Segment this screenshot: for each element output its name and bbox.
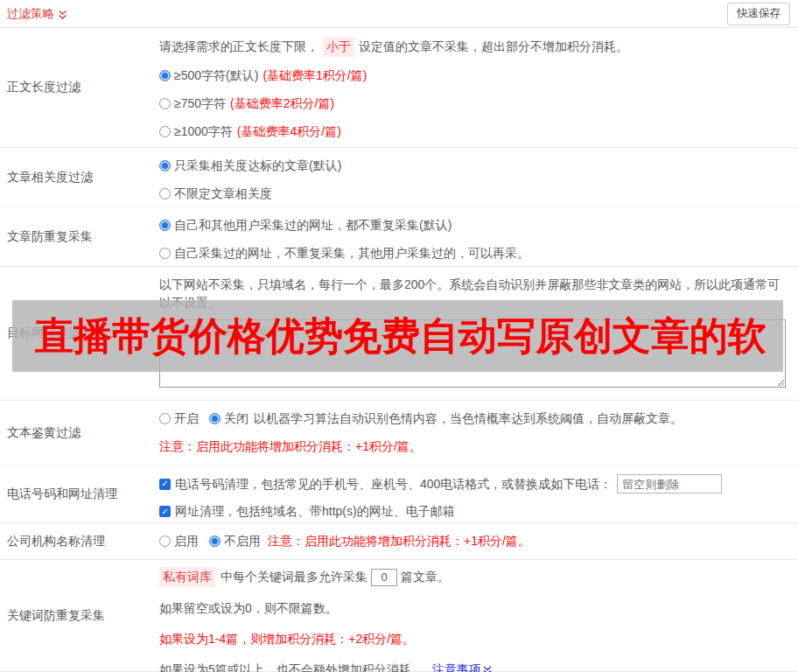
- chevron-double-down-icon: [483, 666, 492, 672]
- row-porn-filter: 文本鉴黄过滤 开启 关闭 以机器学习算法自动识别色情内容，当色情概率达到系统阈值…: [0, 401, 798, 466]
- radio-unselected-icon[interactable]: [159, 98, 171, 109]
- row-target-site-filter: 目标网站过滤 以下网站不采集，只填域名，每行一个，最多200个。系统会自动识别并…: [0, 267, 798, 401]
- radio-unselected-icon[interactable]: [159, 126, 171, 137]
- intro-text-after: 设定值的文章不采集，超出部分不增加积分消耗。: [359, 38, 628, 56]
- row-label: 文本鉴黄过滤: [0, 401, 159, 465]
- checkbox-label: 网址清理，包括纯域名、带http(s)的网址、电子邮箱: [175, 502, 455, 521]
- checkbox-label: 电话号码清理，包括常见的手机号、座机号、400电话格式，或替换成如下电话：: [175, 475, 612, 494]
- keyword-limit-line: 私有词库 中每个关键词最多允许采集 篇文章。: [159, 567, 791, 587]
- row-content: 以下网站不采集，只填域名，每行一个，最多200个。系统会自动识别并屏蔽那些非文章…: [159, 267, 798, 400]
- target-site-desc: 以下网站不采集，只填域名，每行一个，最多200个。系统会自动识别并屏蔽那些非文章…: [159, 276, 791, 312]
- radio-option-relevance-strict[interactable]: 只采集相关度达标的文章(默认): [159, 157, 791, 175]
- radio-label-off[interactable]: 关闭: [224, 410, 248, 428]
- url-clean-option: ✓ 网址清理，包括纯域名、带http(s)的网址、电子邮箱: [159, 502, 791, 521]
- company-clean-options: 启用 不启用 注意：启用此功能将增加积分消耗：+1积分/篇。: [159, 532, 530, 550]
- row-content: 开启 关闭 以机器学习算法自动识别色情内容，当色情概率达到系统阈值，自动屏蔽文章…: [159, 401, 798, 465]
- limit-text-end: 篇文章。: [401, 568, 450, 586]
- radio-selected-icon[interactable]: [159, 70, 171, 81]
- less-than-highlight: 小于: [323, 37, 354, 57]
- radio-option-dedup-self[interactable]: 自己采集过的网址，不重复采集，其他用户采集过的，可以再采。: [159, 244, 791, 262]
- radio-selected-icon[interactable]: [159, 160, 171, 172]
- keyword-note-five-plus: 如果设为5篇或以上，也不会额外增加积分消耗。 注意事项: [159, 661, 791, 672]
- radio-label-on[interactable]: 开启: [174, 410, 199, 428]
- note-text: 如果设为5篇或以上，也不会额外增加积分消耗。: [159, 661, 424, 672]
- quick-save-button[interactable]: 快速保存: [727, 3, 790, 25]
- radio-label: 自己采集过的网址，不重复采集，其他用户采集过的，可以再采。: [174, 244, 529, 262]
- row-label: 关键词防重复采集: [0, 560, 159, 671]
- porn-filter-note: 注意：启用此功能将增加积分消耗：+1积分/篇。: [159, 438, 791, 456]
- fee-note: (基础费率4积分/篇): [237, 122, 341, 141]
- row-label: 正文长度过滤: [0, 28, 159, 147]
- fee-note: (基础费率2积分/篇): [230, 94, 334, 113]
- row-dedup-collection: 文章防重复采集 自己和其他用户采集过的网址，都不重复采集(默认) 自己采集过的网…: [0, 207, 798, 267]
- row-keyword-dedup: 关键词防重复采集 私有词库 中每个关键词最多允许采集 篇文章。 如果留空或设为0…: [0, 560, 798, 672]
- row-content-length-filter: 正文长度过滤 请选择需求的正文长度下限，小于设定值的文章不采集，超出部分不增加积…: [0, 28, 798, 148]
- keyword-article-count-input[interactable]: [371, 569, 397, 586]
- row-content: ✓ 电话号码清理，包括常见的手机号、座机号、400电话格式，或替换成如下电话： …: [159, 466, 798, 522]
- radio-selected-icon[interactable]: [209, 413, 220, 424]
- radio-label: 不限定文章相关度: [174, 185, 272, 203]
- radio-label-on[interactable]: 启用: [174, 532, 199, 550]
- row-label: 文章防重复采集: [0, 207, 159, 266]
- radio-selected-icon[interactable]: [209, 536, 220, 547]
- intro-text: 请选择需求的正文长度下限，: [159, 38, 318, 56]
- row-label: 电话号码和网址清理: [0, 466, 159, 522]
- row-label: 目标网站过滤: [0, 267, 159, 400]
- radio-option-1000[interactable]: ≥1000字符 (基础费率4积分/篇): [159, 122, 791, 141]
- radio-option-relevance-any[interactable]: 不限定文章相关度: [159, 185, 791, 203]
- limit-text: 中每个关键词最多允许采集: [220, 568, 368, 586]
- replacement-phone-input[interactable]: [617, 474, 722, 494]
- radio-selected-icon[interactable]: [159, 220, 171, 231]
- row-phone-url-clean: 电话号码和网址清理 ✓ 电话号码清理，包括常见的手机号、座机号、400电话格式，…: [0, 466, 798, 523]
- row-label: 文章相关度过滤: [0, 148, 159, 206]
- section-toggle-filter-strategy[interactable]: 过滤策略: [7, 6, 67, 22]
- keyword-note-cost: 如果设为1-4篇，则增加积分消耗：+2积分/篇。: [159, 630, 791, 648]
- porn-filter-desc: 以机器学习算法自动识别色情内容，当色情概率达到系统阈值，自动屏蔽文章。: [254, 410, 682, 428]
- notice-items-link[interactable]: 注意事项: [432, 661, 492, 672]
- radio-label: 只采集相关度达标的文章(默认): [174, 157, 341, 175]
- radio-label: ≥1000字符: [174, 122, 233, 141]
- row-content: 只采集相关度达标的文章(默认) 不限定文章相关度: [159, 148, 798, 206]
- radio-unselected-icon[interactable]: [159, 536, 171, 547]
- row-content: 启用 不启用 注意：启用此功能将增加积分消耗：+1积分/篇。: [159, 523, 798, 559]
- row-content: 自己和其他用户采集过的网址，都不重复采集(默认) 自己采集过的网址，不重复采集，…: [159, 207, 798, 266]
- radio-unselected-icon[interactable]: [159, 413, 171, 424]
- porn-filter-options: 开启 关闭 以机器学习算法自动识别色情内容，当色情概率达到系统阈值，自动屏蔽文章…: [159, 410, 791, 428]
- checkbox-checked-icon[interactable]: ✓: [159, 506, 171, 517]
- filter-strategy-page: 过滤策略 快速保存 正文长度过滤 请选择需求的正文长度下限，小于设定值的文章不采…: [0, 0, 798, 672]
- page-title: 过滤策略: [7, 6, 54, 22]
- radio-unselected-icon[interactable]: [159, 188, 171, 200]
- row-content: 私有词库 中每个关键词最多允许采集 篇文章。 如果留空或设为0，则不限篇数。 如…: [159, 560, 798, 671]
- row-content: 请选择需求的正文长度下限，小于设定值的文章不采集，超出部分不增加积分消耗。 ≥5…: [159, 28, 798, 147]
- radio-label: ≥750字符: [174, 94, 226, 113]
- row-label: 公司机构名称清理: [0, 523, 159, 559]
- private-lexicon-link[interactable]: 私有词库: [159, 567, 215, 587]
- radio-unselected-icon[interactable]: [159, 248, 171, 259]
- radio-option-750[interactable]: ≥750字符 (基础费率2积分/篇): [159, 94, 791, 113]
- row-relevance-filter: 文章相关度过滤 只采集相关度达标的文章(默认) 不限定文章相关度: [0, 148, 798, 207]
- radio-option-dedup-all[interactable]: 自己和其他用户采集过的网址，都不重复采集(默认): [159, 216, 791, 234]
- blocked-domains-textarea[interactable]: [159, 319, 786, 388]
- radio-label: ≥500字符(默认): [174, 66, 258, 85]
- content-length-intro: 请选择需求的正文长度下限，小于设定值的文章不采集，超出部分不增加积分消耗。: [159, 37, 791, 57]
- phone-clean-option: ✓ 电话号码清理，包括常见的手机号、座机号、400电话格式，或替换成如下电话：: [159, 474, 791, 494]
- checkbox-checked-icon[interactable]: ✓: [159, 479, 171, 490]
- keyword-note-unlimited: 如果留空或设为0，则不限篇数。: [159, 599, 791, 618]
- notice-link-label: 注意事项: [432, 661, 481, 672]
- radio-label: 自己和其他用户采集过的网址，都不重复采集(默认): [174, 216, 452, 234]
- fee-note: (基础费率1积分/篇): [262, 66, 367, 85]
- radio-label-off[interactable]: 不启用: [224, 532, 261, 550]
- company-clean-note: 注意：启用此功能将增加积分消耗：+1积分/篇。: [268, 532, 530, 550]
- row-company-clean: 公司机构名称清理 启用 不启用 注意：启用此功能将增加积分消耗：+1积分/篇。: [0, 523, 798, 560]
- chevron-double-down-icon: [58, 10, 67, 20]
- topbar: 过滤策略 快速保存: [0, 0, 798, 28]
- radio-option-500[interactable]: ≥500字符(默认) (基础费率1积分/篇): [159, 66, 791, 85]
